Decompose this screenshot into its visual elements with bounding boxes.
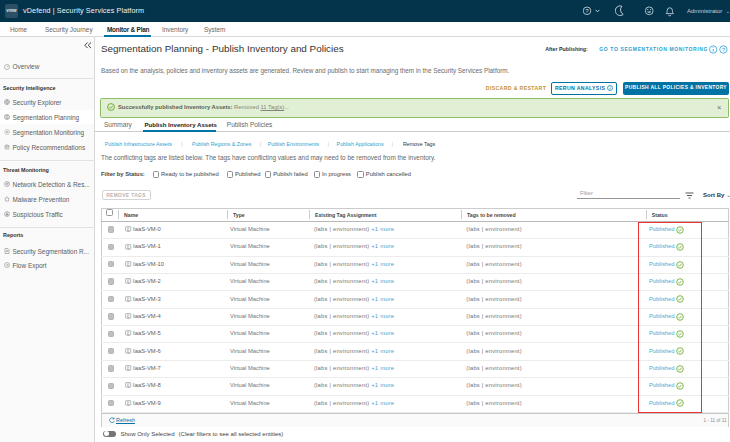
- svg-text:?: ?: [722, 46, 726, 53]
- svg-text:?: ?: [585, 8, 589, 14]
